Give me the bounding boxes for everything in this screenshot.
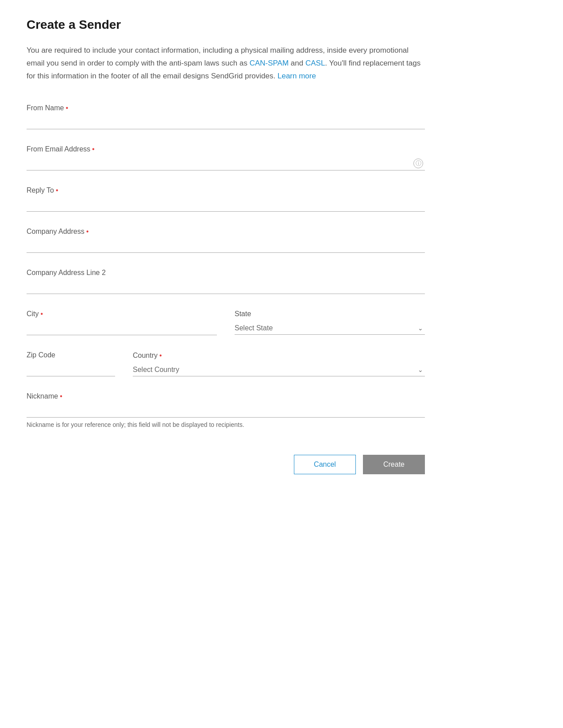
canspam-link[interactable]: CAN-SPAM <box>250 59 289 67</box>
reply-to-label: Reply To• <box>27 186 425 194</box>
state-label: State <box>235 310 425 318</box>
required-indicator: • <box>66 104 68 112</box>
nickname-input[interactable] <box>27 404 425 418</box>
from-name-group: From Name• <box>27 104 425 129</box>
create-button[interactable]: Create <box>363 455 425 474</box>
company-address-group: Company Address• <box>27 228 425 253</box>
city-input[interactable] <box>27 321 217 335</box>
from-email-label: From Email Address• <box>27 145 425 153</box>
from-name-label: From Name• <box>27 104 425 112</box>
required-indicator: • <box>86 228 89 235</box>
required-indicator: • <box>56 186 58 194</box>
sender-form: From Name• From Email Address• ⓘ Reply T… <box>27 104 425 492</box>
reply-to-group: Reply To• <box>27 186 425 212</box>
state-select-wrapper: Select State ⌄ <box>235 321 425 335</box>
zip-code-input[interactable] <box>27 363 115 376</box>
company-address-line2-label: Company Address Line 2 <box>27 269 425 277</box>
required-indicator: • <box>92 145 95 153</box>
state-select[interactable]: Select State <box>235 321 425 335</box>
casl-link[interactable]: CASL <box>305 59 325 67</box>
zip-country-row: Zip Code Country• Select Country ⌄ <box>27 351 425 376</box>
company-address-line2-input[interactable] <box>27 280 425 294</box>
nickname-help-text: Nickname is for your reference only; thi… <box>27 421 425 428</box>
city-group: City• <box>27 310 217 335</box>
country-select-wrapper: Select Country ⌄ <box>133 363 425 376</box>
reply-to-input[interactable] <box>27 198 425 212</box>
info-icon[interactable]: ⓘ <box>413 159 423 168</box>
required-indicator: • <box>60 392 62 400</box>
from-email-input[interactable] <box>27 157 425 170</box>
nickname-label: Nickname• <box>27 392 425 400</box>
zip-code-group: Zip Code <box>27 351 115 376</box>
country-select[interactable]: Select Country <box>133 363 425 376</box>
zip-code-label: Zip Code <box>27 351 115 359</box>
description-text: You are required to include your contact… <box>27 44 425 83</box>
country-group: Country• Select Country ⌄ <box>133 352 425 376</box>
form-buttons: Cancel Create <box>27 455 425 492</box>
city-label: City• <box>27 310 217 318</box>
city-state-row: City• State Select State ⌄ <box>27 310 425 335</box>
required-indicator: • <box>41 310 43 318</box>
from-email-group: From Email Address• ⓘ <box>27 145 425 170</box>
required-indicator: • <box>159 352 162 359</box>
from-email-input-wrapper: ⓘ <box>27 157 425 170</box>
cancel-button[interactable]: Cancel <box>294 455 356 474</box>
nickname-group: Nickname• Nickname is for your reference… <box>27 392 425 428</box>
learn-more-link[interactable]: Learn more <box>278 72 316 80</box>
from-name-input[interactable] <box>27 116 425 129</box>
description-part-2: and <box>289 59 305 67</box>
company-address-input[interactable] <box>27 239 425 253</box>
page-title: Create a Sender <box>27 18 536 32</box>
company-address-line2-group: Company Address Line 2 <box>27 269 425 294</box>
country-label: Country• <box>133 352 425 360</box>
company-address-label: Company Address• <box>27 228 425 236</box>
state-group: State Select State ⌄ <box>235 310 425 335</box>
